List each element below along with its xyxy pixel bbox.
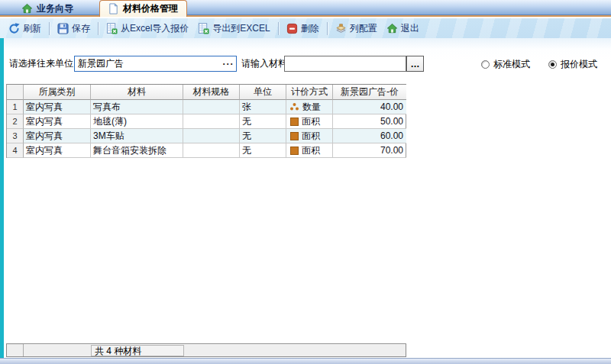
button-label: 删除 [301,22,319,35]
header-category[interactable]: 所属类别 [24,85,91,100]
header-pricing-method[interactable]: 计价方式 [286,85,333,100]
cell-material[interactable]: 地毯(薄) [91,114,183,129]
cell-price[interactable]: 60.00 [333,129,406,143]
table-row[interactable]: 4 室内写真 舞台音箱安装拆除 无 面积 70.00 [7,143,406,158]
column-config-icon [335,23,347,34]
table-footer: 共 4 种材料 [6,343,406,357]
toolbar-separator [98,22,99,35]
radio-quote-mode[interactable]: 报价模式 [548,58,597,71]
cell-category[interactable]: 室内写真 [24,143,91,158]
button-label: 从Excel导入报价 [121,22,189,35]
header-material[interactable]: 材料 [91,85,183,100]
header-unit[interactable]: 单位 [240,85,286,100]
row-number: 1 [7,100,24,114]
cell-pricing-method[interactable]: 面积 [286,129,333,143]
document-icon [108,3,119,14]
excel-export-icon [198,23,209,34]
cell-pricing-method[interactable]: 面积 [286,114,333,129]
cell-pricing-method[interactable]: 面积 [286,143,333,158]
excel-import-icon [106,23,118,34]
refresh-icon [8,23,20,34]
radio-selected-icon [548,60,557,69]
area-square-icon [290,118,299,126]
save-icon [57,23,69,34]
radio-quote-label: 报价模式 [561,58,597,71]
save-button[interactable]: 保存 [53,20,95,37]
table-row[interactable]: 1 室内写真 写真布 张 数量 40.00 [7,100,406,114]
tab-label: 业务向导 [37,2,73,15]
window-bottom-edge [0,358,611,364]
tab-business-wizard[interactable]: 业务向导 [14,1,81,17]
toolbar-separator [327,22,328,35]
cell-spec[interactable] [183,129,240,143]
area-square-icon [290,132,299,140]
button-label: 导出到EXCEL [212,22,270,35]
table-row[interactable]: 2 室内写真 地毯(薄) 无 面积 50.00 [7,114,406,129]
cell-spec[interactable] [183,100,240,114]
header-spec[interactable]: 材料规格 [183,85,240,100]
cell-spec[interactable] [183,143,240,158]
row-number: 3 [7,129,24,143]
quantity-dots-icon [289,102,299,111]
partner-label: 请选择往来单位 [9,56,73,72]
cell-material[interactable]: 舞台音箱安装拆除 [91,143,183,158]
cell-material[interactable]: 3M车贴 [91,129,183,143]
column-config-button[interactable]: 列配置 [331,20,382,37]
toolbar-separator [49,22,50,35]
row-number: 4 [7,143,24,158]
cell-price[interactable]: 50.00 [333,114,406,129]
material-count-status: 共 4 种材料 [91,345,184,356]
row-number: 2 [7,114,24,129]
delete-button[interactable]: 删除 [282,20,324,37]
cell-pricing-method[interactable]: 数量 [286,100,333,114]
cell-category[interactable]: 室内写真 [24,100,91,114]
partner-value: 新景园广告 [75,56,221,71]
cell-category[interactable]: 室内写真 [24,129,91,143]
partner-ellipsis-icon[interactable]: ··· [221,59,236,69]
table-row[interactable]: 3 室内写真 3M车贴 无 面积 60.00 [7,129,406,143]
area-square-icon [290,147,299,155]
left-accent-strip [0,38,4,358]
cell-price[interactable]: 70.00 [333,143,406,158]
cell-category[interactable]: 室内写真 [24,114,91,129]
table-header-row: 所属类别 材料 材料规格 单位 计价方式 新景园广告-价 [7,85,406,100]
toolbar-separator [278,22,279,35]
cell-material[interactable]: 写真布 [91,100,183,114]
material-browse-button[interactable]: … [406,56,424,72]
cell-unit[interactable]: 无 [240,114,286,129]
header-price[interactable]: 新景园广告-价 [333,85,406,100]
pricing-label: 面积 [302,144,320,157]
import-from-excel-button[interactable]: 从Excel导入报价 [102,20,193,37]
tab-bar: 业务向导 材料价格管理 [0,0,611,17]
pricing-label: 面积 [302,115,320,128]
house-icon [21,3,33,14]
button-label: 列配置 [350,22,377,35]
cell-spec[interactable] [183,114,240,129]
cell-unit[interactable]: 无 [240,143,286,158]
radio-standard-mode[interactable]: 标准模式 [481,58,530,71]
cell-price[interactable]: 40.00 [333,100,406,114]
export-to-excel-button[interactable]: 导出到EXCEL [193,20,274,37]
button-label: 刷新 [23,22,41,35]
button-label: 保存 [72,22,90,35]
partner-combobox[interactable]: 新景园广告 ··· [74,56,237,72]
material-input[interactable] [284,56,406,72]
material-label: 请输入材料 [241,56,287,72]
app-window: 业务向导 材料价格管理 刷新 保存 从Excel [0,0,611,364]
pricing-label: 面积 [302,130,320,143]
footer-corner-cell [7,344,24,356]
pricing-label: 数量 [302,101,321,114]
header-corner-cell [7,85,24,100]
materials-table: 所属类别 材料 材料规格 单位 计价方式 新景园广告-价 1 室内写真 写真布 … [6,84,406,158]
content-area: 请选择往来单位 新景园广告 ··· 请输入材料 … 标准模式 报价模式 所属类别… [0,38,611,358]
tab-material-price-management[interactable]: 材料价格管理 [99,0,187,17]
delete-icon [286,23,298,34]
cell-unit[interactable]: 张 [240,100,286,114]
exit-house-icon [386,23,398,34]
radio-unselected-icon [481,60,490,69]
button-label: 退出 [401,22,419,35]
refresh-button[interactable]: 刷新 [4,20,46,37]
cell-unit[interactable]: 无 [240,129,286,143]
exit-button[interactable]: 退出 [382,20,424,37]
radio-standard-label: 标准模式 [493,58,530,71]
